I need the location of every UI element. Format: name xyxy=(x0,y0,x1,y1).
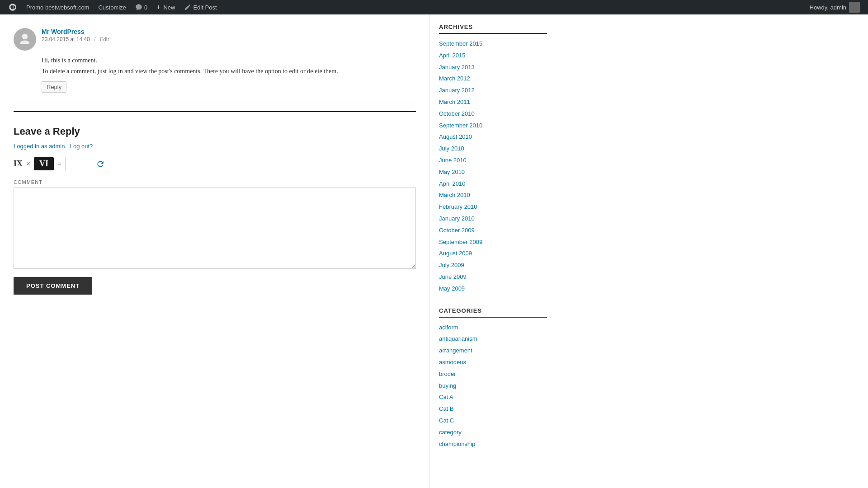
archive-list-item: January 2013 xyxy=(439,63,547,72)
category-link[interactable]: Cat C xyxy=(439,417,454,424)
category-list-item: aciform xyxy=(439,323,547,333)
archive-link[interactable]: July 2010 xyxy=(439,145,464,152)
logged-in-link[interactable]: Logged in as admin. xyxy=(14,143,66,150)
archive-link[interactable]: June 2009 xyxy=(439,273,467,280)
archive-link[interactable]: March 2011 xyxy=(439,99,470,105)
archive-link[interactable]: April 2015 xyxy=(439,52,466,59)
comment-author-link[interactable]: Mr WordPress xyxy=(42,28,85,35)
admin-bar-site-label: Promo bestwebsoft.com xyxy=(26,4,89,11)
admin-bar-customize[interactable]: Customize xyxy=(94,0,130,14)
categories-section: CATEGORIES aciformantiquarianismarrangem… xyxy=(439,307,547,449)
captcha-equals: = xyxy=(57,160,61,168)
content-area: Mr WordPress 23.04.2015 at 14:40 / Edit … xyxy=(0,14,429,488)
archive-link[interactable]: October 2010 xyxy=(439,110,475,117)
comment-textarea[interactable] xyxy=(14,188,416,269)
archive-link[interactable]: January 2012 xyxy=(439,87,475,94)
captcha-refresh-icon[interactable] xyxy=(96,160,105,169)
admin-bar-comments[interactable]: 0 xyxy=(131,0,152,14)
admin-bar: Promo bestwebsoft.com Customize 0 + New … xyxy=(0,0,868,14)
archives-section: ARCHIVES September 2015April 2015January… xyxy=(439,23,547,294)
archive-link[interactable]: September 2010 xyxy=(439,122,482,129)
comment-header: Mr WordPress 23.04.2015 at 14:40 / Edit xyxy=(14,28,416,51)
log-out-link[interactable]: Log out? xyxy=(70,143,93,150)
archive-list-item: February 2010 xyxy=(439,202,547,212)
archive-list-item: May 2009 xyxy=(439,284,547,294)
category-list-item: broder xyxy=(439,370,547,379)
category-list-item: antiquarianism xyxy=(439,334,547,344)
archive-list-item: July 2010 xyxy=(439,144,547,154)
archive-list-item: August 2010 xyxy=(439,132,547,142)
comment-count: 0 xyxy=(144,4,147,11)
admin-bar-edit-post[interactable]: Edit Post xyxy=(179,0,221,14)
category-link[interactable]: Cat B xyxy=(439,405,454,412)
category-list-item: Cat A xyxy=(439,393,547,402)
page-wrapper: Mr WordPress 23.04.2015 at 14:40 / Edit … xyxy=(0,14,868,488)
admin-bar-new[interactable]: + New xyxy=(152,0,179,14)
archive-list-item: March 2010 xyxy=(439,191,547,200)
comment-date: 23.04.2015 at 14:40 xyxy=(42,36,90,42)
categories-list: aciformantiquarianismarrangementasmodeus… xyxy=(439,323,547,449)
customize-label: Customize xyxy=(98,4,126,11)
category-link[interactable]: asmodeus xyxy=(439,359,466,366)
archive-list-item: January 2012 xyxy=(439,86,547,95)
archive-list-item: June 2010 xyxy=(439,156,547,165)
archive-list-item: March 2011 xyxy=(439,98,547,107)
category-list-item: category xyxy=(439,428,547,437)
archive-link[interactable]: July 2009 xyxy=(439,262,464,268)
captcha-input[interactable] xyxy=(65,157,92,171)
archive-list-item: October 2009 xyxy=(439,226,547,235)
archive-list-item: April 2015 xyxy=(439,51,547,61)
archive-link[interactable]: May 2009 xyxy=(439,285,465,292)
category-link[interactable]: championship xyxy=(439,441,475,447)
comment-text-2: To delete a comment, just log in and vie… xyxy=(42,66,416,77)
archives-title: ARCHIVES xyxy=(439,23,547,34)
post-comment-button[interactable]: POST COMMENT xyxy=(14,277,92,295)
category-list-item: asmodeus xyxy=(439,358,547,367)
archive-list-item: April 2010 xyxy=(439,179,547,189)
comment-edit-link[interactable]: Edit xyxy=(100,36,109,42)
category-link[interactable]: broder xyxy=(439,371,456,377)
leave-reply-title: Leave a Reply xyxy=(14,126,416,137)
category-list-item: championship xyxy=(439,440,547,449)
comment-meta: Mr WordPress 23.04.2015 at 14:40 / Edit xyxy=(42,28,416,43)
archives-list: September 2015April 2015January 2013Marc… xyxy=(439,39,547,294)
wp-logo[interactable] xyxy=(4,0,22,14)
archive-list-item: September 2015 xyxy=(439,39,547,49)
category-link[interactable]: category xyxy=(439,429,462,436)
archive-link[interactable]: September 2015 xyxy=(439,40,482,47)
category-link[interactable]: arrangement xyxy=(439,347,472,354)
category-link[interactable]: Cat A xyxy=(439,394,453,400)
archive-link[interactable]: April 2010 xyxy=(439,180,466,187)
category-link[interactable]: antiquarianism xyxy=(439,335,477,342)
archive-link[interactable]: February 2010 xyxy=(439,203,477,210)
archive-link[interactable]: August 2009 xyxy=(439,250,472,257)
archive-list-item: January 2010 xyxy=(439,214,547,224)
comment-avatar xyxy=(14,28,36,51)
captcha-num2: VI xyxy=(34,157,54,170)
category-list-item: Cat B xyxy=(439,404,547,414)
category-link[interactable]: buying xyxy=(439,382,456,389)
category-link[interactable]: aciform xyxy=(439,324,458,331)
captcha-row: IX × VI = xyxy=(14,157,416,171)
archive-link[interactable]: January 2010 xyxy=(439,215,475,222)
comment-text-1: Hi, this is a comment. xyxy=(42,55,416,66)
archive-link[interactable]: September 2009 xyxy=(439,239,482,245)
archive-link[interactable]: October 2009 xyxy=(439,227,475,234)
category-list-item: buying xyxy=(439,381,547,391)
comment-body: Hi, this is a comment. To delete a comme… xyxy=(42,55,416,77)
archive-list-item: September 2010 xyxy=(439,121,547,131)
admin-bar-site[interactable]: Promo bestwebsoft.com xyxy=(22,0,94,14)
archive-link[interactable]: June 2010 xyxy=(439,157,467,164)
archive-link[interactable]: March 2012 xyxy=(439,75,470,82)
reply-button[interactable]: Reply xyxy=(42,81,66,93)
admin-howdy[interactable]: Howdy, admin xyxy=(805,2,864,13)
archive-link[interactable]: March 2010 xyxy=(439,192,470,198)
archive-link[interactable]: May 2010 xyxy=(439,169,465,175)
archive-link[interactable]: August 2010 xyxy=(439,133,472,140)
archive-link[interactable]: January 2013 xyxy=(439,64,475,70)
comment-block: Mr WordPress 23.04.2015 at 14:40 / Edit … xyxy=(14,23,416,102)
category-list-item: arrangement xyxy=(439,346,547,356)
archive-list-item: July 2009 xyxy=(439,261,547,270)
archive-list-item: October 2010 xyxy=(439,109,547,119)
captcha-num1: IX xyxy=(14,159,23,169)
